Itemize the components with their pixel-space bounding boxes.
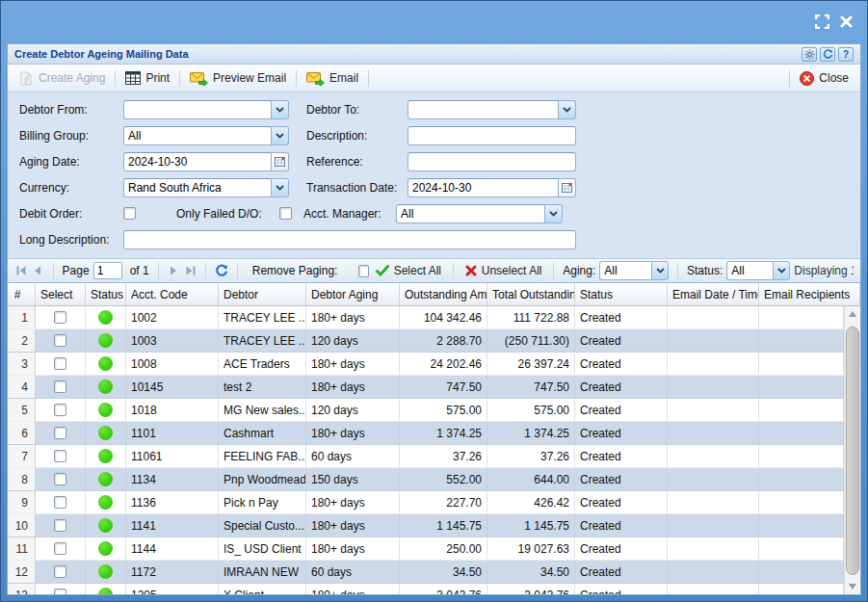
column-header-acct-code[interactable]: Acct. Code xyxy=(126,283,219,305)
row-select-checkbox[interactable] xyxy=(54,565,66,578)
unselect-all-button[interactable]: Unselect All xyxy=(462,262,545,279)
table-row[interactable]: 12 1172 IMRAAN NEW 60 days 34.50 34.50 C… xyxy=(8,561,844,584)
billing-group-dropdown-icon[interactable] xyxy=(272,126,289,145)
prev-page-icon[interactable] xyxy=(31,262,43,279)
row-select-checkbox[interactable] xyxy=(54,334,66,347)
status-filter-input[interactable] xyxy=(726,261,773,280)
row-select-checkbox[interactable] xyxy=(54,427,66,439)
email-button[interactable]: Email xyxy=(302,68,363,89)
aging-filter-input[interactable] xyxy=(599,261,651,280)
preview-email-button[interactable]: Preview Email xyxy=(185,68,291,89)
print-button[interactable]: Print xyxy=(120,68,174,88)
reference-label: Reference: xyxy=(306,155,408,169)
row-select-checkbox[interactable] xyxy=(54,404,66,416)
last-page-icon[interactable] xyxy=(184,262,197,279)
aging-filter-dropdown-icon[interactable] xyxy=(651,261,669,280)
acct-manager-input[interactable] xyxy=(396,204,545,223)
debtor-to-input[interactable] xyxy=(408,100,559,119)
close-button[interactable]: Close xyxy=(795,68,854,89)
aging-filter-combo[interactable] xyxy=(599,261,669,280)
first-page-icon[interactable] xyxy=(14,262,27,279)
row-number: 12 xyxy=(8,561,36,583)
refresh-icon[interactable] xyxy=(820,47,835,62)
window-close-icon[interactable] xyxy=(837,13,855,30)
scroll-up-icon[interactable] xyxy=(845,306,860,322)
row-number: 8 xyxy=(8,468,36,490)
row-select-checkbox[interactable] xyxy=(54,450,66,462)
help-icon[interactable]: ? xyxy=(838,47,854,62)
table-row[interactable]: 1 1002 TRACEY LEE ... 180+ days 104 342.… xyxy=(8,306,844,329)
gear-icon[interactable] xyxy=(802,47,817,62)
table-row[interactable]: 9 1136 Pick n Pay 180+ days 227.70 426.4… xyxy=(8,491,844,514)
column-header-debtor[interactable]: Debtor xyxy=(219,283,306,305)
transaction-date-calendar-icon[interactable] xyxy=(559,178,576,197)
row-select-checkbox[interactable] xyxy=(54,357,66,370)
table-row[interactable]: 6 1101 Cashmart 180+ days 1 374.25 1 374… xyxy=(8,422,844,445)
column-header-status[interactable]: Status xyxy=(86,283,126,305)
acct-code-cell: 1172 xyxy=(126,561,219,583)
description-input[interactable] xyxy=(408,126,576,145)
row-select-checkbox[interactable] xyxy=(54,542,66,555)
aging-date-input[interactable] xyxy=(123,152,272,171)
only-failed-do-label: Only Failed D/O: xyxy=(176,207,279,221)
row-select-checkbox[interactable] xyxy=(54,473,66,485)
refresh-grid-icon[interactable] xyxy=(215,262,228,279)
outstanding-amount-cell: 227.70 xyxy=(400,491,487,513)
status-filter-dropdown-icon[interactable] xyxy=(773,261,790,280)
remove-paging-checkbox[interactable] xyxy=(358,265,368,277)
table-row[interactable]: 11 1144 IS_ USD Client 180+ days 250.00 … xyxy=(8,537,844,561)
debtor-to-dropdown-icon[interactable] xyxy=(559,100,576,119)
acct-manager-dropdown-icon[interactable] xyxy=(545,204,563,223)
row-select-checkbox[interactable] xyxy=(54,519,66,532)
table-row[interactable]: 3 1008 ACE Traders 180+ days 24 202.46 2… xyxy=(8,353,844,376)
table-row[interactable]: 4 10145 test 2 180+ days 747.50 747.50 C… xyxy=(8,376,844,399)
row-number: 7 xyxy=(8,445,36,467)
column-header-debtor-aging[interactable]: Debtor Aging xyxy=(306,283,400,305)
table-row[interactable]: 10 1141 Special Custo... 180+ days 1 145… xyxy=(8,514,844,537)
scrollbar-thumb[interactable] xyxy=(846,327,859,575)
status-filter-combo[interactable] xyxy=(726,261,790,280)
transaction-date-input[interactable] xyxy=(408,178,559,197)
table-row[interactable]: 5 1018 MG New sales... 120 days 575.00 5… xyxy=(8,399,844,422)
status-text-cell: Created xyxy=(575,422,668,444)
page-number-input[interactable] xyxy=(93,262,122,279)
debtor-aging-cell: 180+ days xyxy=(306,306,400,328)
row-select-checkbox[interactable] xyxy=(54,380,66,393)
column-header-email-date[interactable]: Email Date / Time xyxy=(668,283,759,305)
grid-rows: 1 1002 TRACEY LEE ... 180+ days 104 342.… xyxy=(8,306,844,594)
aging-date-calendar-icon[interactable] xyxy=(272,152,289,171)
column-header-outstanding[interactable]: Outstanding Amnt xyxy=(400,283,487,305)
table-row[interactable]: 2 1003 TRACEY LEE ... 120 days 2 288.70 … xyxy=(8,329,844,353)
outstanding-amount-cell: 747.50 xyxy=(400,376,487,398)
reference-input[interactable] xyxy=(408,152,576,171)
long-description-input[interactable] xyxy=(123,230,576,249)
currency-input[interactable] xyxy=(123,178,272,197)
create-aging-button[interactable]: Create Aging xyxy=(14,68,110,89)
debtor-from-dropdown-icon[interactable] xyxy=(272,100,289,119)
debtor-from-input[interactable] xyxy=(123,100,272,119)
column-header-select[interactable]: Select xyxy=(36,283,86,305)
row-select-checkbox[interactable] xyxy=(54,589,66,594)
column-header-rownum[interactable]: # xyxy=(8,283,36,305)
select-cell xyxy=(36,537,86,560)
row-select-checkbox[interactable] xyxy=(54,311,66,324)
column-header-total-outstanding[interactable]: Total Outstanding xyxy=(487,283,575,305)
status-dot-icon xyxy=(98,495,113,510)
select-all-button[interactable]: Select All xyxy=(373,262,444,279)
billing-group-input[interactable] xyxy=(123,126,272,145)
column-header-email-recipients[interactable]: Email Recipients xyxy=(759,283,860,305)
debit-order-checkbox[interactable] xyxy=(123,207,136,220)
total-outstanding-cell: 26 397.24 xyxy=(487,353,575,375)
scroll-down-icon[interactable] xyxy=(845,579,860,594)
table-row[interactable]: 7 11061 FEELING FAB... 60 days 37.26 37.… xyxy=(8,445,844,468)
currency-dropdown-icon[interactable] xyxy=(272,178,289,197)
window-expand-icon[interactable] xyxy=(813,13,830,30)
next-page-icon[interactable] xyxy=(167,262,179,279)
status-text-cell: Created xyxy=(575,353,668,375)
table-row[interactable]: 13 1205 X Client 180+ days 3 043.76 3 04… xyxy=(8,584,844,594)
column-header-status-text[interactable]: Status xyxy=(575,283,668,305)
vertical-scrollbar[interactable] xyxy=(844,306,860,594)
only-failed-do-checkbox[interactable] xyxy=(279,207,292,220)
row-select-checkbox[interactable] xyxy=(54,496,66,509)
table-row[interactable]: 8 1134 Pnp Woodmead 150 days 552.00 644.… xyxy=(8,468,844,491)
